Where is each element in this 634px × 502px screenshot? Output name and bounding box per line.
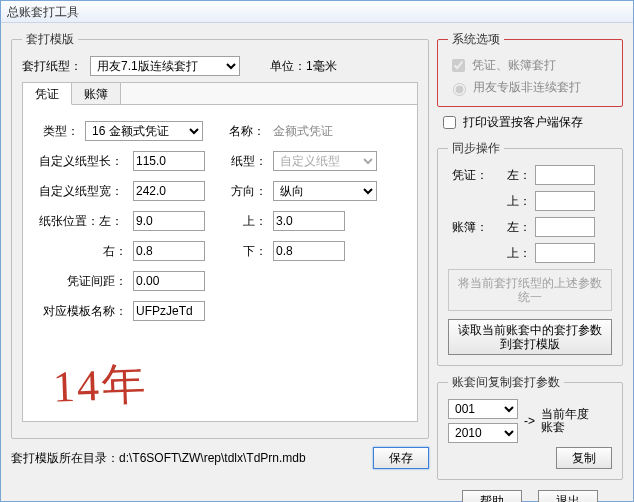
- sync-voucher-label: 凭证：: [448, 167, 488, 184]
- pos-right-label: 右：: [39, 243, 127, 260]
- sync-voucher-top[interactable]: [535, 191, 595, 211]
- pos-bottom-label: 下：: [227, 243, 267, 260]
- opt-client-save[interactable]: [443, 116, 456, 129]
- custom-w-label: 自定义纸型宽：: [39, 183, 127, 200]
- copy-note: 当前年度账套: [541, 408, 589, 434]
- exit-button[interactable]: 退出: [538, 490, 598, 502]
- type-select[interactable]: 16 金额式凭证: [85, 121, 203, 141]
- pos-left-label: 纸张位置：左：: [39, 213, 127, 230]
- custom-len-input[interactable]: [133, 151, 205, 171]
- custom-w-input[interactable]: [133, 181, 205, 201]
- pos-top-label: 上：: [227, 213, 267, 230]
- sync-book-left[interactable]: [535, 217, 595, 237]
- dir-select[interactable]: 纵向: [273, 181, 377, 201]
- paper-type-select[interactable]: 用友7.1版连续套打: [90, 56, 240, 76]
- copy-button[interactable]: 复制: [556, 447, 612, 469]
- paper-label: 纸型：: [227, 153, 267, 170]
- custom-len-label: 自定义纸型长：: [39, 153, 127, 170]
- opt1-label: 凭证、账簿套打: [472, 58, 556, 72]
- path-label: 套打模版所在目录：: [11, 450, 119, 467]
- copy-legend: 账套间复制套打参数: [448, 374, 564, 391]
- options-group: 系统选项 凭证、账簿套打 用友专版非连续套打: [437, 31, 623, 107]
- pos-left-input[interactable]: [133, 211, 205, 231]
- app-window: 总账套打工具 套打模版 套打纸型： 用友7.1版连续套打 单位：1毫米 凭证 账…: [0, 0, 634, 502]
- help-button[interactable]: 帮助: [462, 490, 522, 502]
- unit-label: 单位：1毫米: [270, 58, 337, 75]
- sync-left-label: 左：: [491, 167, 531, 184]
- type-label: 类型：: [39, 123, 79, 140]
- titlebar[interactable]: 总账套打工具: [1, 1, 633, 23]
- sync-top-label2: 上：: [491, 245, 531, 262]
- paper-type-label: 套打纸型：: [22, 58, 84, 75]
- template-group: 套打模版 套打纸型： 用友7.1版连续套打 单位：1毫米 凭证 账簿: [11, 31, 429, 439]
- sync-group: 同步操作 凭证： 左： 上： 账簿： 左：: [437, 140, 623, 366]
- name-value: [271, 121, 375, 141]
- pos-right-input[interactable]: [133, 241, 205, 261]
- pos-bottom-input[interactable]: [273, 241, 345, 261]
- pos-top-input[interactable]: [273, 211, 345, 231]
- sync-legend: 同步操作: [448, 140, 504, 157]
- gap-input[interactable]: [133, 271, 205, 291]
- save-button[interactable]: 保存: [373, 447, 429, 469]
- copy-dst-select[interactable]: 2010: [448, 423, 518, 443]
- sync-left-label2: 左：: [491, 219, 531, 236]
- tplname-label: 对应模板名称：: [39, 303, 127, 320]
- copy-src-select[interactable]: 001: [448, 399, 518, 419]
- opt-voucher-book: [452, 59, 465, 72]
- tab-book[interactable]: 账簿: [72, 83, 121, 104]
- tab-voucher[interactable]: 凭证: [23, 83, 72, 105]
- path-value: d:\T6SOFT\ZW\rep\tdlx\TdPrn.mdb: [119, 451, 365, 465]
- sync-top-label1: 上：: [491, 193, 531, 210]
- handwritten-annotation: 14年: [52, 354, 148, 416]
- sync-book-top[interactable]: [535, 243, 595, 263]
- window-title: 总账套打工具: [7, 5, 79, 19]
- opt2-label: 用友专版非连续套打: [473, 80, 581, 94]
- name-label: 名称：: [225, 123, 265, 140]
- tplname-input[interactable]: [133, 301, 205, 321]
- gap-label: 凭证间距：: [39, 273, 127, 290]
- options-legend: 系统选项: [448, 31, 504, 48]
- sync-voucher-left[interactable]: [535, 165, 595, 185]
- arrow-icon: ->: [524, 414, 535, 428]
- sync-unify-box: 将当前套打纸型的上述参数统一: [448, 269, 612, 311]
- sync-book-label: 账簿：: [448, 219, 488, 236]
- opt3-label: 打印设置按客户端保存: [463, 115, 583, 129]
- opt-noncontinuous: [453, 83, 466, 96]
- tab-container: 凭证 账簿 类型： 16 金额式凭证 名称：: [22, 82, 418, 422]
- template-legend: 套打模版: [22, 31, 78, 48]
- sync-read-button[interactable]: 读取当前账套中的套打参数到套打模版: [448, 319, 612, 355]
- dir-label: 方向：: [227, 183, 267, 200]
- paper-select[interactable]: 自定义纸型: [273, 151, 377, 171]
- copy-group: 账套间复制套打参数 001 2010 -> 当前年度账套 复制: [437, 374, 623, 480]
